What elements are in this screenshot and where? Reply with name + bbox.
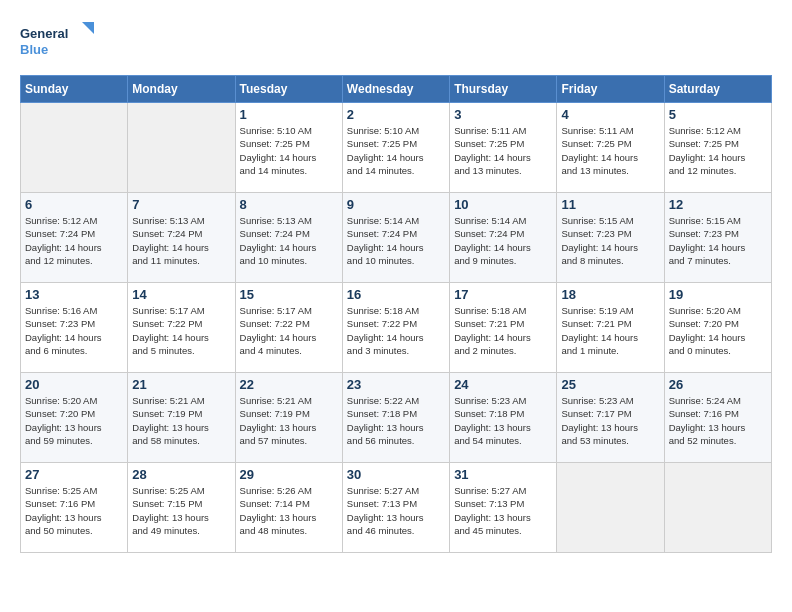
day-info: Sunrise: 5:27 AM Sunset: 7:13 PM Dayligh… bbox=[347, 484, 445, 537]
day-number: 11 bbox=[561, 197, 659, 212]
calendar-cell: 13Sunrise: 5:16 AM Sunset: 7:23 PM Dayli… bbox=[21, 283, 128, 373]
calendar-cell: 9Sunrise: 5:14 AM Sunset: 7:24 PM Daylig… bbox=[342, 193, 449, 283]
day-number: 4 bbox=[561, 107, 659, 122]
day-number: 23 bbox=[347, 377, 445, 392]
day-number: 7 bbox=[132, 197, 230, 212]
calendar-cell: 18Sunrise: 5:19 AM Sunset: 7:21 PM Dayli… bbox=[557, 283, 664, 373]
day-info: Sunrise: 5:13 AM Sunset: 7:24 PM Dayligh… bbox=[132, 214, 230, 267]
day-number: 26 bbox=[669, 377, 767, 392]
calendar-cell bbox=[128, 103, 235, 193]
calendar-cell: 5Sunrise: 5:12 AM Sunset: 7:25 PM Daylig… bbox=[664, 103, 771, 193]
day-info: Sunrise: 5:17 AM Sunset: 7:22 PM Dayligh… bbox=[132, 304, 230, 357]
day-number: 29 bbox=[240, 467, 338, 482]
calendar-cell bbox=[21, 103, 128, 193]
weekday-header-friday: Friday bbox=[557, 76, 664, 103]
day-info: Sunrise: 5:23 AM Sunset: 7:17 PM Dayligh… bbox=[561, 394, 659, 447]
day-info: Sunrise: 5:10 AM Sunset: 7:25 PM Dayligh… bbox=[347, 124, 445, 177]
calendar-cell: 11Sunrise: 5:15 AM Sunset: 7:23 PM Dayli… bbox=[557, 193, 664, 283]
weekday-header-thursday: Thursday bbox=[450, 76, 557, 103]
day-number: 1 bbox=[240, 107, 338, 122]
page-header: General Blue bbox=[20, 20, 772, 65]
week-row-4: 20Sunrise: 5:20 AM Sunset: 7:20 PM Dayli… bbox=[21, 373, 772, 463]
week-row-1: 1Sunrise: 5:10 AM Sunset: 7:25 PM Daylig… bbox=[21, 103, 772, 193]
calendar-cell: 19Sunrise: 5:20 AM Sunset: 7:20 PM Dayli… bbox=[664, 283, 771, 373]
day-info: Sunrise: 5:12 AM Sunset: 7:25 PM Dayligh… bbox=[669, 124, 767, 177]
day-number: 6 bbox=[25, 197, 123, 212]
calendar-cell bbox=[557, 463, 664, 553]
day-number: 28 bbox=[132, 467, 230, 482]
weekday-header-tuesday: Tuesday bbox=[235, 76, 342, 103]
calendar-cell: 16Sunrise: 5:18 AM Sunset: 7:22 PM Dayli… bbox=[342, 283, 449, 373]
day-number: 5 bbox=[669, 107, 767, 122]
calendar-cell: 30Sunrise: 5:27 AM Sunset: 7:13 PM Dayli… bbox=[342, 463, 449, 553]
calendar-cell: 12Sunrise: 5:15 AM Sunset: 7:23 PM Dayli… bbox=[664, 193, 771, 283]
calendar-header: SundayMondayTuesdayWednesdayThursdayFrid… bbox=[21, 76, 772, 103]
day-info: Sunrise: 5:14 AM Sunset: 7:24 PM Dayligh… bbox=[347, 214, 445, 267]
day-info: Sunrise: 5:18 AM Sunset: 7:22 PM Dayligh… bbox=[347, 304, 445, 357]
day-number: 15 bbox=[240, 287, 338, 302]
day-info: Sunrise: 5:11 AM Sunset: 7:25 PM Dayligh… bbox=[561, 124, 659, 177]
calendar-cell: 31Sunrise: 5:27 AM Sunset: 7:13 PM Dayli… bbox=[450, 463, 557, 553]
day-number: 13 bbox=[25, 287, 123, 302]
calendar-cell: 2Sunrise: 5:10 AM Sunset: 7:25 PM Daylig… bbox=[342, 103, 449, 193]
day-info: Sunrise: 5:21 AM Sunset: 7:19 PM Dayligh… bbox=[240, 394, 338, 447]
day-info: Sunrise: 5:23 AM Sunset: 7:18 PM Dayligh… bbox=[454, 394, 552, 447]
week-row-5: 27Sunrise: 5:25 AM Sunset: 7:16 PM Dayli… bbox=[21, 463, 772, 553]
calendar-cell: 24Sunrise: 5:23 AM Sunset: 7:18 PM Dayli… bbox=[450, 373, 557, 463]
week-row-3: 13Sunrise: 5:16 AM Sunset: 7:23 PM Dayli… bbox=[21, 283, 772, 373]
day-number: 17 bbox=[454, 287, 552, 302]
day-number: 3 bbox=[454, 107, 552, 122]
logo-svg: General Blue bbox=[20, 20, 100, 65]
svg-marker-2 bbox=[82, 22, 94, 34]
day-number: 22 bbox=[240, 377, 338, 392]
calendar-cell: 28Sunrise: 5:25 AM Sunset: 7:15 PM Dayli… bbox=[128, 463, 235, 553]
day-info: Sunrise: 5:20 AM Sunset: 7:20 PM Dayligh… bbox=[669, 304, 767, 357]
weekday-header-sunday: Sunday bbox=[21, 76, 128, 103]
day-number: 20 bbox=[25, 377, 123, 392]
logo: General Blue bbox=[20, 20, 100, 65]
day-number: 18 bbox=[561, 287, 659, 302]
calendar-cell: 6Sunrise: 5:12 AM Sunset: 7:24 PM Daylig… bbox=[21, 193, 128, 283]
weekday-header-row: SundayMondayTuesdayWednesdayThursdayFrid… bbox=[21, 76, 772, 103]
day-number: 14 bbox=[132, 287, 230, 302]
calendar-cell: 20Sunrise: 5:20 AM Sunset: 7:20 PM Dayli… bbox=[21, 373, 128, 463]
day-info: Sunrise: 5:20 AM Sunset: 7:20 PM Dayligh… bbox=[25, 394, 123, 447]
calendar-cell: 15Sunrise: 5:17 AM Sunset: 7:22 PM Dayli… bbox=[235, 283, 342, 373]
day-info: Sunrise: 5:25 AM Sunset: 7:15 PM Dayligh… bbox=[132, 484, 230, 537]
day-number: 27 bbox=[25, 467, 123, 482]
day-number: 19 bbox=[669, 287, 767, 302]
day-number: 8 bbox=[240, 197, 338, 212]
day-info: Sunrise: 5:10 AM Sunset: 7:25 PM Dayligh… bbox=[240, 124, 338, 177]
day-info: Sunrise: 5:17 AM Sunset: 7:22 PM Dayligh… bbox=[240, 304, 338, 357]
day-info: Sunrise: 5:26 AM Sunset: 7:14 PM Dayligh… bbox=[240, 484, 338, 537]
calendar-cell: 26Sunrise: 5:24 AM Sunset: 7:16 PM Dayli… bbox=[664, 373, 771, 463]
day-number: 31 bbox=[454, 467, 552, 482]
day-info: Sunrise: 5:11 AM Sunset: 7:25 PM Dayligh… bbox=[454, 124, 552, 177]
calendar-cell: 7Sunrise: 5:13 AM Sunset: 7:24 PM Daylig… bbox=[128, 193, 235, 283]
day-number: 10 bbox=[454, 197, 552, 212]
calendar-cell: 29Sunrise: 5:26 AM Sunset: 7:14 PM Dayli… bbox=[235, 463, 342, 553]
calendar-cell: 8Sunrise: 5:13 AM Sunset: 7:24 PM Daylig… bbox=[235, 193, 342, 283]
day-info: Sunrise: 5:25 AM Sunset: 7:16 PM Dayligh… bbox=[25, 484, 123, 537]
svg-text:Blue: Blue bbox=[20, 42, 48, 57]
day-number: 30 bbox=[347, 467, 445, 482]
day-info: Sunrise: 5:15 AM Sunset: 7:23 PM Dayligh… bbox=[669, 214, 767, 267]
week-row-2: 6Sunrise: 5:12 AM Sunset: 7:24 PM Daylig… bbox=[21, 193, 772, 283]
day-info: Sunrise: 5:24 AM Sunset: 7:16 PM Dayligh… bbox=[669, 394, 767, 447]
day-info: Sunrise: 5:14 AM Sunset: 7:24 PM Dayligh… bbox=[454, 214, 552, 267]
day-info: Sunrise: 5:15 AM Sunset: 7:23 PM Dayligh… bbox=[561, 214, 659, 267]
day-number: 24 bbox=[454, 377, 552, 392]
calendar-cell bbox=[664, 463, 771, 553]
calendar-cell: 21Sunrise: 5:21 AM Sunset: 7:19 PM Dayli… bbox=[128, 373, 235, 463]
day-number: 9 bbox=[347, 197, 445, 212]
calendar-cell: 1Sunrise: 5:10 AM Sunset: 7:25 PM Daylig… bbox=[235, 103, 342, 193]
day-info: Sunrise: 5:22 AM Sunset: 7:18 PM Dayligh… bbox=[347, 394, 445, 447]
calendar-cell: 3Sunrise: 5:11 AM Sunset: 7:25 PM Daylig… bbox=[450, 103, 557, 193]
weekday-header-monday: Monday bbox=[128, 76, 235, 103]
day-info: Sunrise: 5:21 AM Sunset: 7:19 PM Dayligh… bbox=[132, 394, 230, 447]
calendar-cell: 27Sunrise: 5:25 AM Sunset: 7:16 PM Dayli… bbox=[21, 463, 128, 553]
calendar-cell: 10Sunrise: 5:14 AM Sunset: 7:24 PM Dayli… bbox=[450, 193, 557, 283]
day-number: 16 bbox=[347, 287, 445, 302]
weekday-header-wednesday: Wednesday bbox=[342, 76, 449, 103]
day-number: 25 bbox=[561, 377, 659, 392]
